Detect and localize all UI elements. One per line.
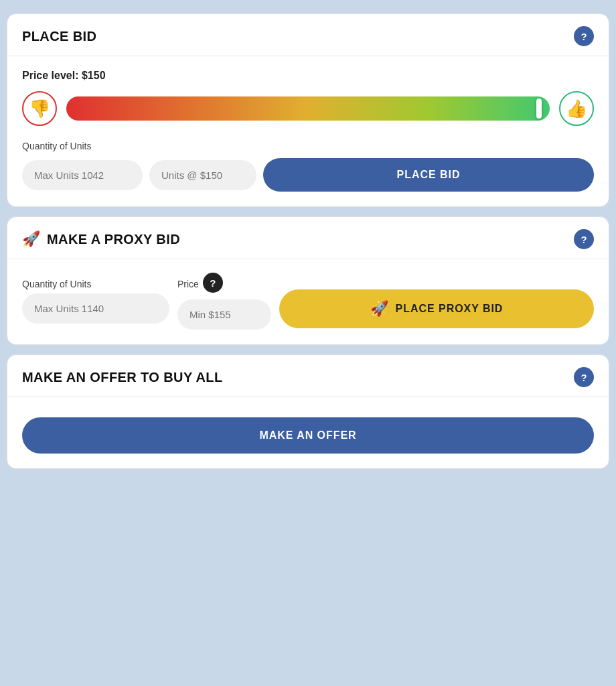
proxy-bid-header: 🚀 MAKE A PROXY BID ?	[7, 217, 609, 259]
bid-input-row: PLACE BID	[22, 158, 594, 192]
quantity-of-units-label: Quantity of Units	[22, 141, 594, 151]
place-bid-title: PLACE BID	[22, 29, 96, 44]
make-offer-button[interactable]: MAKE AN OFFER	[22, 417, 594, 454]
proxy-btn-rocket-icon: 🚀	[370, 300, 389, 318]
offer-to-buy-help-icon[interactable]: ?	[574, 367, 594, 387]
proxy-bid-header-left: 🚀 MAKE A PROXY BID	[22, 230, 180, 248]
proxy-min-price-input[interactable]	[177, 299, 271, 330]
proxy-qty-group: Quantity of Units	[22, 279, 169, 324]
page-wrapper: PLACE BID ? Price level: $150 👎 👍 Quanti…	[7, 7, 609, 469]
place-bid-button[interactable]: PLACE BID	[263, 158, 594, 192]
thumbs-down-icon: 👎	[22, 91, 57, 126]
price-slider-track[interactable]	[66, 96, 550, 121]
proxy-max-units-input[interactable]	[22, 293, 169, 324]
offer-to-buy-header: MAKE AN OFFER TO BUY ALL ?	[7, 355, 609, 397]
place-bid-header: PLACE BID ?	[7, 14, 609, 56]
proxy-bid-card: 🚀 MAKE A PROXY BID ? Quantity of Units P…	[7, 216, 609, 345]
proxy-price-help-icon[interactable]: ?	[203, 273, 223, 293]
proxy-bid-button-label: PLACE PROXY BID	[396, 303, 504, 315]
proxy-price-group: Price ?	[177, 273, 271, 330]
slider-handle[interactable]	[536, 98, 542, 119]
proxy-quantity-label: Quantity of Units	[22, 279, 169, 289]
offer-to-buy-card: MAKE AN OFFER TO BUY ALL ? MAKE AN OFFER	[7, 354, 609, 469]
max-units-input[interactable]	[22, 160, 143, 190]
place-bid-body: Price level: $150 👎 👍 Quantity of Units …	[7, 56, 609, 206]
proxy-bid-help-icon[interactable]: ?	[574, 229, 594, 249]
proxy-bid-body: Quantity of Units Price ? 🚀 PLACE PROXY …	[7, 259, 609, 344]
units-price-input[interactable]	[149, 160, 256, 190]
price-level-label: Price level: $150	[22, 70, 594, 82]
proxy-bid-title: MAKE A PROXY BID	[47, 232, 180, 247]
offer-to-buy-body: MAKE AN OFFER	[7, 397, 609, 468]
proxy-fields-area: Quantity of Units Price ? 🚀 PLACE PROXY …	[22, 273, 594, 330]
place-bid-card: PLACE BID ? Price level: $150 👎 👍 Quanti…	[7, 13, 609, 207]
proxy-price-label: Price	[177, 279, 199, 289]
thumbs-up-icon: 👍	[559, 91, 594, 126]
place-proxy-bid-button[interactable]: 🚀 PLACE PROXY BID	[279, 289, 594, 328]
proxy-bid-rocket-icon: 🚀	[22, 230, 40, 248]
offer-to-buy-title: MAKE AN OFFER TO BUY ALL	[22, 370, 223, 385]
slider-row: 👎 👍	[22, 91, 594, 126]
place-bid-help-icon[interactable]: ?	[574, 26, 594, 46]
